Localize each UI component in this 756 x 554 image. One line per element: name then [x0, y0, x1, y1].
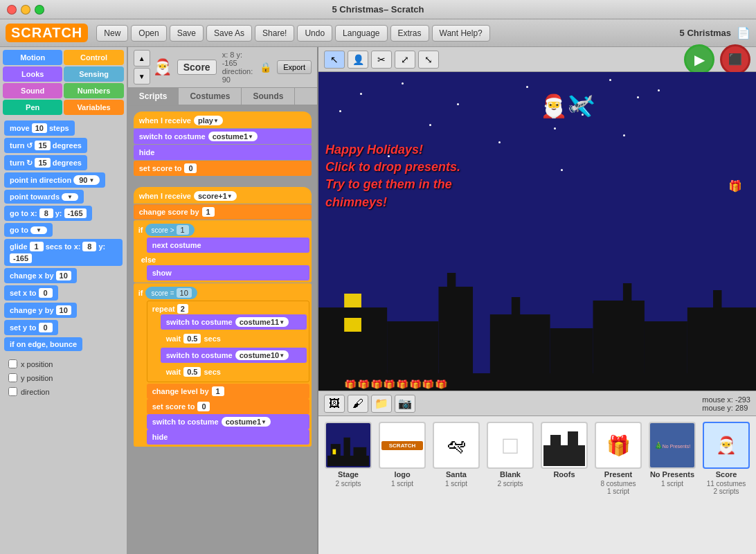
close-button[interactable] [7, 5, 17, 15]
tab-scripts[interactable]: Scripts [128, 88, 179, 105]
when-receive-play-block[interactable]: when I receive play [134, 111, 312, 128]
shrink-tool[interactable]: ⤡ [418, 51, 439, 69]
blank-thumb-box: □ [487, 422, 534, 469]
hide-block-1[interactable]: hide [134, 145, 312, 160]
mouse-x-value: -293 [735, 395, 750, 404]
no-presents-thumb-name: No Presents [650, 470, 694, 479]
block-move-steps[interactable]: move 10 steps [4, 120, 75, 136]
save-as-button[interactable]: Save As [206, 25, 252, 42]
extras-button[interactable]: Extras [390, 25, 429, 42]
present-thumb[interactable]: 🎁 Present 8 costumes 1 script [594, 422, 642, 548]
switch-costume-10-block[interactable]: switch to costume costume10 [161, 348, 307, 363]
svg-rect-5 [447, 273, 456, 290]
no-presents-thumb-info: 1 script [661, 480, 683, 488]
no-presents-thumb[interactable]: 🎄 No Presents! No Presents 1 script [648, 422, 696, 548]
block-change-y[interactable]: change y by 10 [4, 303, 77, 318]
tab-bar: Scripts Costumes Sounds [128, 88, 317, 106]
window-controls [7, 5, 44, 15]
camera-button[interactable]: 📷 [395, 395, 415, 413]
category-motion[interactable]: Motion [3, 50, 62, 65]
present-thumb-info: 8 costumes 1 script [600, 480, 636, 495]
expand-down-button[interactable]: ▼ [134, 68, 150, 84]
when-receive-score-block[interactable]: when I receive score+1 [134, 187, 312, 204]
next-costume-block[interactable]: next costume [147, 238, 309, 253]
open-button[interactable]: Open [131, 25, 166, 42]
roofs-thumb[interactable]: Roofs [540, 422, 588, 548]
category-looks[interactable]: Looks [3, 66, 62, 82]
tab-sounds[interactable]: Sounds [242, 88, 295, 105]
category-sound[interactable]: Sound [3, 83, 62, 98]
repeat-block[interactable]: repeat 2 switch to costume costume11 wai… [147, 301, 309, 382]
svg-rect-7 [512, 297, 520, 316]
santa-thumb[interactable]: 🛩 Santa 1 script [432, 422, 480, 548]
block-bounce[interactable]: if on edge, bounce [4, 337, 82, 351]
block-set-x[interactable]: set x to 0 [4, 285, 58, 301]
wait-05-block-1[interactable]: wait 0.5 secs [161, 331, 307, 346]
expand-tool[interactable]: ⤢ [395, 51, 415, 69]
block-change-x[interactable]: change x by 10 [4, 268, 77, 283]
blank-thumb-name: Blank [500, 470, 521, 479]
category-numbers[interactable]: Numbers [64, 83, 123, 98]
change-score-block[interactable]: change score by 1 [134, 204, 312, 220]
switch-costume-block-1[interactable]: switch to costume costume1 [134, 129, 312, 144]
score-thumb-box: 🎅 [703, 422, 750, 469]
score-thumb[interactable]: 🎅 Score 11 costumes 2 scripts [702, 422, 750, 548]
block-turn-left[interactable]: turn ↺ 15 degrees [4, 138, 87, 153]
stamp-tool[interactable]: 👤 [348, 51, 368, 69]
stage-thumb-box [325, 422, 372, 469]
help-button[interactable]: Want Help? [432, 25, 490, 42]
window-title: 5 Christmas– Scratch [332, 4, 424, 15]
category-pen[interactable]: Pen [3, 100, 62, 115]
export-button[interactable]: Export [277, 60, 312, 74]
new-button[interactable]: New [96, 25, 128, 42]
category-control[interactable]: Control [64, 50, 123, 65]
block-point-direction[interactable]: point in direction 90 [4, 172, 105, 188]
sprite-position: x: 8 y: -165 direction: 90 [222, 51, 255, 84]
switch-costume-11-block[interactable]: switch to costume costume11 [161, 314, 307, 330]
change-level-block[interactable]: change level by 1 [147, 384, 309, 399]
block-glide[interactable]: glide 1 secs to x: 8 y: -165 [4, 239, 123, 266]
stop-button[interactable]: ⬛ [720, 44, 750, 75]
scissors-tool[interactable]: ✂ [371, 51, 392, 69]
checkbox-direction[interactable]: direction [4, 386, 123, 397]
paint-button[interactable]: 🖌 [348, 395, 368, 413]
logo-thumb[interactable]: SCRATCH logo 1 script [378, 422, 426, 548]
category-variables[interactable]: Variables [64, 100, 123, 115]
checkbox-y-position[interactable]: y position [4, 372, 123, 384]
pointer-tool[interactable]: ↖ [324, 51, 345, 69]
show-block[interactable]: show [147, 265, 309, 280]
folder-button[interactable]: 📁 [371, 395, 392, 413]
checkbox-x-position[interactable]: x position [4, 358, 123, 370]
block-go-to[interactable]: go to [4, 223, 53, 237]
hide-block-2[interactable]: hide [147, 429, 309, 445]
set-score-block-1[interactable]: set score to 0 [134, 161, 312, 176]
project-notes-icon[interactable]: 📄 [737, 26, 750, 39]
save-button[interactable]: Save [170, 25, 204, 42]
block-go-to-xy[interactable]: go to x: 8 y: -165 [4, 206, 92, 221]
expand-up-button[interactable]: ▲ [134, 50, 150, 66]
svg-rect-21 [333, 449, 336, 455]
category-sensing[interactable]: Sensing [64, 66, 123, 82]
maximize-button[interactable] [35, 5, 44, 15]
if-block-1[interactable]: if score > 1 next costume else show [134, 220, 312, 283]
language-button[interactable]: Language [335, 25, 387, 42]
tab-costumes[interactable]: Costumes [179, 88, 242, 105]
stage-thumb-button[interactable]: 🖼 [324, 395, 345, 413]
stage-area[interactable]: 🛩️🎅 🎁 Happy Holidays! Click to drop pres… [318, 72, 756, 391]
stage-thumb[interactable]: Stage 2 scripts [324, 422, 372, 548]
blank-thumb[interactable]: □ Blank 2 scripts [486, 422, 534, 548]
minimize-button[interactable] [21, 5, 30, 15]
switch-costume-block-2[interactable]: switch to costume costume1 [147, 414, 309, 429]
set-score-block-2[interactable]: set score to 0 [147, 399, 309, 414]
go-button[interactable]: ▶ [684, 44, 714, 75]
if-block-2[interactable]: if score = 10 repeat 2 switch to costume… [134, 283, 312, 447]
block-point-towards[interactable]: point towards [4, 190, 84, 204]
xmas-text: Happy Holidays! Click to drop presents. … [325, 141, 460, 211]
share-button[interactable]: Share! [255, 25, 294, 42]
wait-05-block-2[interactable]: wait 0.5 secs [161, 364, 307, 379]
undo-button[interactable]: Undo [297, 25, 332, 42]
block-set-y[interactable]: set y to 0 [4, 320, 58, 335]
sprite-name: Score [177, 60, 217, 75]
block-turn-right[interactable]: turn ↻ 15 degrees [4, 155, 87, 170]
right-panel: ↖ 👤 ✂ ⤢ ⤡ ▶ ⬛ [318, 47, 756, 554]
